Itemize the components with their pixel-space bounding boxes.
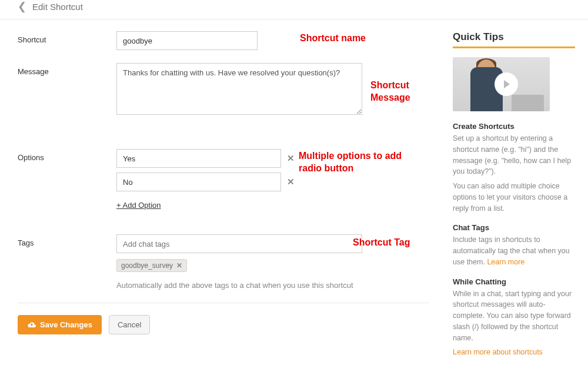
tips-body: Set up a shortcut by entering a shortcut… bbox=[453, 133, 575, 177]
options-row: Options ✕ ✕ + Add Option Multiple option… bbox=[18, 149, 429, 210]
remove-option-icon[interactable]: ✕ bbox=[287, 177, 295, 187]
learn-more-shortcuts-link[interactable]: Learn more about shortcuts bbox=[453, 348, 543, 356]
options-label: Options bbox=[18, 149, 116, 162]
option-row: ✕ bbox=[116, 173, 429, 191]
shortcut-input[interactable] bbox=[116, 31, 258, 50]
save-button-label: Save Changes bbox=[40, 320, 92, 329]
tag-chip-label: goodbye_survey bbox=[121, 261, 173, 270]
message-label: Message bbox=[18, 63, 116, 76]
option-input-0[interactable] bbox=[116, 149, 281, 168]
tips-section-create: Create Shortcuts Set up a shortcut by en… bbox=[453, 122, 575, 214]
tips-title: Quick Tips bbox=[453, 31, 575, 43]
divider bbox=[18, 303, 429, 303]
tips-section-chatting: While Chatting While in a chat, start ty… bbox=[453, 277, 575, 359]
back-icon[interactable]: ❮ bbox=[18, 0, 26, 13]
cancel-button[interactable]: Cancel bbox=[109, 315, 150, 334]
remove-option-icon[interactable]: ✕ bbox=[287, 153, 295, 164]
page-header: ❮ Edit Shortcut bbox=[0, 0, 588, 19]
page-title: Edit Shortcut bbox=[32, 2, 83, 12]
form-main: Shortcut Shortcut name Message Thanks fo… bbox=[18, 31, 429, 367]
tips-body: You can also add multiple choice options… bbox=[453, 181, 575, 214]
option-input-1[interactable] bbox=[116, 173, 281, 191]
tips-section-tags: Chat Tags Include tags in shortcuts to a… bbox=[453, 223, 575, 267]
tips-heading: Chat Tags bbox=[453, 223, 575, 232]
tips-underline bbox=[453, 47, 575, 48]
tips-video-thumbnail[interactable] bbox=[453, 57, 550, 111]
remove-tag-icon[interactable]: ✕ bbox=[176, 261, 182, 270]
add-option-link[interactable]: + Add Option bbox=[116, 201, 161, 210]
tips-heading: While Chatting bbox=[453, 277, 575, 286]
cloud-upload-icon bbox=[27, 321, 36, 329]
shortcut-label: Shortcut bbox=[18, 31, 116, 44]
tags-input[interactable] bbox=[116, 234, 362, 253]
tags-help-text: Automatically add the above tags to a ch… bbox=[116, 281, 429, 290]
video-laptop bbox=[512, 95, 544, 111]
tips-body: While in a chat, start typing and your s… bbox=[453, 289, 575, 344]
message-textarea[interactable]: Thanks for chatting with us. Have we res… bbox=[116, 63, 362, 115]
shortcut-row: Shortcut Shortcut name bbox=[18, 31, 429, 50]
tags-row: Tags goodbye_survey ✕ Automatically add … bbox=[18, 234, 429, 290]
quick-tips-sidebar: Quick Tips Create Shortcuts Set up a sho… bbox=[453, 31, 575, 367]
play-icon bbox=[495, 72, 518, 96]
save-button[interactable]: Save Changes bbox=[18, 315, 102, 334]
option-row: ✕ bbox=[116, 149, 429, 168]
message-row: Message Thanks for chatting with us. Hav… bbox=[18, 63, 429, 117]
tags-label: Tags bbox=[18, 234, 116, 247]
learn-more-link[interactable]: Learn more bbox=[487, 258, 524, 266]
tag-chip: goodbye_survey ✕ bbox=[116, 259, 187, 272]
button-row: Save Changes Cancel bbox=[18, 315, 429, 334]
tips-heading: Create Shortcuts bbox=[453, 122, 575, 131]
tips-body: Include tags in shortcuts to automatical… bbox=[453, 234, 575, 267]
